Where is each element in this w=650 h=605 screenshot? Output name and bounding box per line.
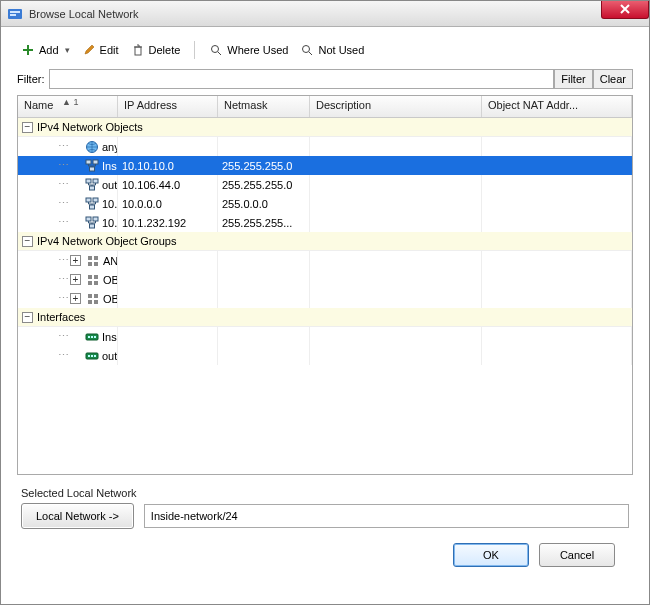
- svg-rect-26: [94, 281, 98, 285]
- svg-rect-8: [93, 160, 98, 164]
- svg-rect-13: [86, 198, 91, 202]
- delete-label: Delete: [149, 44, 181, 56]
- svg-rect-19: [88, 256, 92, 260]
- selected-value-input[interactable]: [144, 504, 629, 528]
- cell-description: [310, 327, 482, 346]
- svg-rect-32: [88, 336, 90, 338]
- cell-nat: [482, 289, 632, 308]
- close-button[interactable]: [601, 0, 649, 19]
- col-header-ip[interactable]: IP Address: [118, 96, 218, 117]
- expand-icon[interactable]: +: [70, 255, 81, 266]
- clear-button[interactable]: Clear: [593, 69, 633, 89]
- grid-header: Name ▲ 1 IP Address Netmask Description …: [18, 96, 632, 118]
- col-header-name[interactable]: Name ▲ 1: [18, 96, 118, 117]
- not-used-button[interactable]: Not Used: [296, 41, 368, 59]
- tree-line: ⋯: [56, 178, 70, 191]
- col-header-description[interactable]: Description: [310, 96, 482, 117]
- tree-line: ⋯: [56, 159, 70, 172]
- cell-description: [310, 289, 482, 308]
- filter-button[interactable]: Filter: [554, 69, 592, 89]
- pencil-icon: [82, 43, 96, 57]
- table-row[interactable]: ⋯10.0.0.010.0.0.0255.0.0.0: [18, 194, 632, 213]
- svg-rect-34: [94, 336, 96, 338]
- svg-rect-38: [94, 355, 96, 357]
- expand-icon[interactable]: +: [70, 293, 81, 304]
- svg-rect-33: [91, 336, 93, 338]
- svg-rect-22: [94, 262, 98, 266]
- svg-rect-21: [88, 262, 92, 266]
- cell-ip: 10.1.232.192: [118, 213, 218, 232]
- trash-icon: [131, 43, 145, 57]
- cell-ip: [118, 346, 218, 365]
- svg-rect-27: [88, 294, 92, 298]
- window-title: Browse Local Network: [29, 8, 138, 20]
- tree-line: ⋯: [56, 292, 70, 305]
- svg-rect-3: [135, 47, 141, 55]
- table-row[interactable]: ⋯10.1.2...10.1.232.192255.255.255...: [18, 213, 632, 232]
- table-row[interactable]: ⋯outsid...10.106.44.0255.255.255.0: [18, 175, 632, 194]
- plus-icon: [21, 43, 35, 57]
- group-row[interactable]: −Interfaces: [18, 308, 632, 327]
- ok-button[interactable]: OK: [453, 543, 529, 567]
- cell-nat: [482, 213, 632, 232]
- tree-line: ⋯: [56, 140, 70, 153]
- tree-line: ⋯: [56, 254, 70, 267]
- delete-button[interactable]: Delete: [127, 41, 185, 59]
- item-name: Inside: [102, 331, 118, 343]
- group-label: IPv4 Network Object Groups: [37, 235, 176, 247]
- svg-rect-7: [86, 160, 91, 164]
- cell-netmask: [218, 137, 310, 156]
- add-label: Add: [39, 44, 59, 56]
- collapse-icon[interactable]: −: [22, 122, 33, 133]
- svg-rect-16: [86, 217, 91, 221]
- col-header-netmask[interactable]: Netmask: [218, 96, 310, 117]
- table-row[interactable]: ⋯Inside: [18, 327, 632, 346]
- group-row[interactable]: −IPv4 Network Objects: [18, 118, 632, 137]
- toolbar: Add ▾ Edit Delete Where Used Not: [17, 41, 633, 59]
- table-row[interactable]: ⋯+OBJ_L...: [18, 270, 632, 289]
- svg-rect-18: [90, 224, 95, 228]
- filter-input[interactable]: [49, 69, 555, 89]
- add-button[interactable]: Add ▾: [17, 41, 74, 59]
- cell-netmask: [218, 251, 310, 270]
- filter-row: Filter: Filter Clear: [17, 69, 633, 89]
- table-row[interactable]: ⋯+OBJ_S...: [18, 289, 632, 308]
- group-icon: [85, 273, 101, 287]
- table-row[interactable]: ⋯any: [18, 137, 632, 156]
- network-icon: [84, 216, 100, 230]
- collapse-icon[interactable]: −: [22, 312, 33, 323]
- col-header-nat[interactable]: Object NAT Addr...: [482, 96, 632, 117]
- iface-icon: [84, 349, 100, 363]
- tree-line: ⋯: [56, 349, 70, 362]
- collapse-icon[interactable]: −: [22, 236, 33, 247]
- cell-description: [310, 251, 482, 270]
- cell-description: [310, 156, 482, 175]
- cell-nat: [482, 327, 632, 346]
- svg-rect-37: [91, 355, 93, 357]
- where-used-button[interactable]: Where Used: [205, 41, 292, 59]
- cell-nat: [482, 270, 632, 289]
- svg-rect-2: [10, 14, 16, 16]
- item-name: outsid...: [102, 179, 118, 191]
- table-row[interactable]: ⋯outside: [18, 346, 632, 365]
- cancel-button[interactable]: Cancel: [539, 543, 615, 567]
- network-icon: [84, 159, 100, 173]
- svg-rect-17: [93, 217, 98, 221]
- network-icon: [84, 197, 100, 211]
- object-grid[interactable]: Name ▲ 1 IP Address Netmask Description …: [17, 95, 633, 475]
- group-label: IPv4 Network Objects: [37, 121, 143, 133]
- table-row[interactable]: ⋯+ANY: [18, 251, 632, 270]
- svg-rect-14: [93, 198, 98, 202]
- cell-description: [310, 270, 482, 289]
- sort-indicator: ▲ 1: [62, 97, 78, 107]
- edit-button[interactable]: Edit: [78, 41, 123, 59]
- group-label: Interfaces: [37, 311, 85, 323]
- cell-netmask: 255.255.255.0: [218, 175, 310, 194]
- cell-netmask: 255.255.255...: [218, 213, 310, 232]
- table-row[interactable]: ⋯Inside...10.10.10.0255.255.255.0: [18, 156, 632, 175]
- cell-nat: [482, 175, 632, 194]
- cell-ip: [118, 289, 218, 308]
- expand-icon[interactable]: +: [70, 274, 81, 285]
- local-network-button[interactable]: Local Network ->: [21, 503, 134, 529]
- group-row[interactable]: −IPv4 Network Object Groups: [18, 232, 632, 251]
